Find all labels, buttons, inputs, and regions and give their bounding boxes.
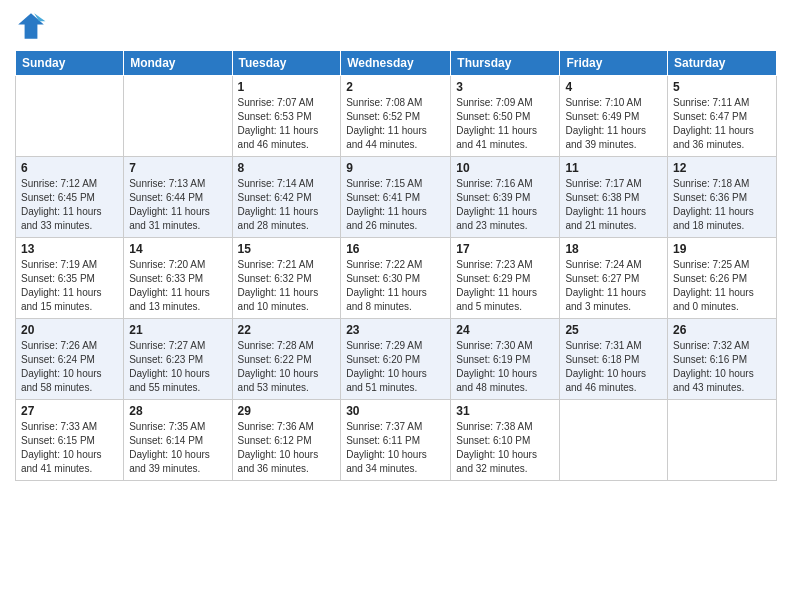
day-number: 24 [456, 323, 554, 337]
calendar-week-5: 27Sunrise: 7:33 AMSunset: 6:15 PMDayligh… [16, 400, 777, 481]
calendar-cell: 24Sunrise: 7:30 AMSunset: 6:19 PMDayligh… [451, 319, 560, 400]
day-info: Sunrise: 7:19 AMSunset: 6:35 PMDaylight:… [21, 258, 118, 314]
day-number: 2 [346, 80, 445, 94]
calendar-cell: 14Sunrise: 7:20 AMSunset: 6:33 PMDayligh… [124, 238, 232, 319]
calendar-cell: 28Sunrise: 7:35 AMSunset: 6:14 PMDayligh… [124, 400, 232, 481]
calendar-week-4: 20Sunrise: 7:26 AMSunset: 6:24 PMDayligh… [16, 319, 777, 400]
calendar-cell: 13Sunrise: 7:19 AMSunset: 6:35 PMDayligh… [16, 238, 124, 319]
day-info: Sunrise: 7:37 AMSunset: 6:11 PMDaylight:… [346, 420, 445, 476]
calendar-header-saturday: Saturday [668, 51, 777, 76]
day-number: 27 [21, 404, 118, 418]
calendar-cell: 1Sunrise: 7:07 AMSunset: 6:53 PMDaylight… [232, 76, 341, 157]
day-info: Sunrise: 7:31 AMSunset: 6:18 PMDaylight:… [565, 339, 662, 395]
calendar-cell: 17Sunrise: 7:23 AMSunset: 6:29 PMDayligh… [451, 238, 560, 319]
day-number: 19 [673, 242, 771, 256]
header [15, 10, 777, 42]
day-info: Sunrise: 7:28 AMSunset: 6:22 PMDaylight:… [238, 339, 336, 395]
calendar-cell: 2Sunrise: 7:08 AMSunset: 6:52 PMDaylight… [341, 76, 451, 157]
day-number: 10 [456, 161, 554, 175]
day-number: 22 [238, 323, 336, 337]
day-info: Sunrise: 7:36 AMSunset: 6:12 PMDaylight:… [238, 420, 336, 476]
day-number: 1 [238, 80, 336, 94]
calendar-table: SundayMondayTuesdayWednesdayThursdayFrid… [15, 50, 777, 481]
calendar-cell: 9Sunrise: 7:15 AMSunset: 6:41 PMDaylight… [341, 157, 451, 238]
calendar-cell: 23Sunrise: 7:29 AMSunset: 6:20 PMDayligh… [341, 319, 451, 400]
day-info: Sunrise: 7:14 AMSunset: 6:42 PMDaylight:… [238, 177, 336, 233]
day-number: 23 [346, 323, 445, 337]
calendar-week-1: 1Sunrise: 7:07 AMSunset: 6:53 PMDaylight… [16, 76, 777, 157]
day-info: Sunrise: 7:08 AMSunset: 6:52 PMDaylight:… [346, 96, 445, 152]
calendar-header-thursday: Thursday [451, 51, 560, 76]
day-number: 26 [673, 323, 771, 337]
calendar-cell: 26Sunrise: 7:32 AMSunset: 6:16 PMDayligh… [668, 319, 777, 400]
calendar-cell: 30Sunrise: 7:37 AMSunset: 6:11 PMDayligh… [341, 400, 451, 481]
day-number: 17 [456, 242, 554, 256]
day-info: Sunrise: 7:32 AMSunset: 6:16 PMDaylight:… [673, 339, 771, 395]
day-number: 8 [238, 161, 336, 175]
day-number: 31 [456, 404, 554, 418]
day-number: 13 [21, 242, 118, 256]
day-number: 12 [673, 161, 771, 175]
day-info: Sunrise: 7:11 AMSunset: 6:47 PMDaylight:… [673, 96, 771, 152]
day-number: 9 [346, 161, 445, 175]
day-info: Sunrise: 7:26 AMSunset: 6:24 PMDaylight:… [21, 339, 118, 395]
day-info: Sunrise: 7:15 AMSunset: 6:41 PMDaylight:… [346, 177, 445, 233]
calendar-cell: 6Sunrise: 7:12 AMSunset: 6:45 PMDaylight… [16, 157, 124, 238]
svg-marker-0 [18, 13, 44, 39]
logo [15, 10, 51, 42]
day-info: Sunrise: 7:22 AMSunset: 6:30 PMDaylight:… [346, 258, 445, 314]
calendar-cell [16, 76, 124, 157]
day-info: Sunrise: 7:33 AMSunset: 6:15 PMDaylight:… [21, 420, 118, 476]
day-number: 3 [456, 80, 554, 94]
calendar-header-monday: Monday [124, 51, 232, 76]
day-number: 15 [238, 242, 336, 256]
day-number: 30 [346, 404, 445, 418]
day-number: 25 [565, 323, 662, 337]
day-info: Sunrise: 7:12 AMSunset: 6:45 PMDaylight:… [21, 177, 118, 233]
calendar-cell [560, 400, 668, 481]
calendar-cell: 8Sunrise: 7:14 AMSunset: 6:42 PMDaylight… [232, 157, 341, 238]
calendar-cell: 27Sunrise: 7:33 AMSunset: 6:15 PMDayligh… [16, 400, 124, 481]
calendar-header-row: SundayMondayTuesdayWednesdayThursdayFrid… [16, 51, 777, 76]
calendar-cell: 3Sunrise: 7:09 AMSunset: 6:50 PMDaylight… [451, 76, 560, 157]
day-info: Sunrise: 7:24 AMSunset: 6:27 PMDaylight:… [565, 258, 662, 314]
logo-icon [15, 10, 47, 42]
day-number: 7 [129, 161, 226, 175]
day-info: Sunrise: 7:30 AMSunset: 6:19 PMDaylight:… [456, 339, 554, 395]
calendar-cell: 31Sunrise: 7:38 AMSunset: 6:10 PMDayligh… [451, 400, 560, 481]
day-info: Sunrise: 7:18 AMSunset: 6:36 PMDaylight:… [673, 177, 771, 233]
day-number: 14 [129, 242, 226, 256]
day-number: 28 [129, 404, 226, 418]
calendar-cell [124, 76, 232, 157]
calendar-cell [668, 400, 777, 481]
calendar-cell: 21Sunrise: 7:27 AMSunset: 6:23 PMDayligh… [124, 319, 232, 400]
page: SundayMondayTuesdayWednesdayThursdayFrid… [0, 0, 792, 612]
calendar-week-2: 6Sunrise: 7:12 AMSunset: 6:45 PMDaylight… [16, 157, 777, 238]
calendar-cell: 4Sunrise: 7:10 AMSunset: 6:49 PMDaylight… [560, 76, 668, 157]
calendar-cell: 29Sunrise: 7:36 AMSunset: 6:12 PMDayligh… [232, 400, 341, 481]
calendar-cell: 15Sunrise: 7:21 AMSunset: 6:32 PMDayligh… [232, 238, 341, 319]
calendar-cell: 12Sunrise: 7:18 AMSunset: 6:36 PMDayligh… [668, 157, 777, 238]
day-info: Sunrise: 7:16 AMSunset: 6:39 PMDaylight:… [456, 177, 554, 233]
day-info: Sunrise: 7:09 AMSunset: 6:50 PMDaylight:… [456, 96, 554, 152]
day-number: 5 [673, 80, 771, 94]
day-number: 29 [238, 404, 336, 418]
calendar-cell: 18Sunrise: 7:24 AMSunset: 6:27 PMDayligh… [560, 238, 668, 319]
day-info: Sunrise: 7:38 AMSunset: 6:10 PMDaylight:… [456, 420, 554, 476]
day-number: 21 [129, 323, 226, 337]
calendar-cell: 25Sunrise: 7:31 AMSunset: 6:18 PMDayligh… [560, 319, 668, 400]
calendar-header-wednesday: Wednesday [341, 51, 451, 76]
calendar-cell: 20Sunrise: 7:26 AMSunset: 6:24 PMDayligh… [16, 319, 124, 400]
calendar-header-tuesday: Tuesday [232, 51, 341, 76]
day-number: 6 [21, 161, 118, 175]
calendar-cell: 19Sunrise: 7:25 AMSunset: 6:26 PMDayligh… [668, 238, 777, 319]
day-info: Sunrise: 7:20 AMSunset: 6:33 PMDaylight:… [129, 258, 226, 314]
day-number: 18 [565, 242, 662, 256]
day-info: Sunrise: 7:21 AMSunset: 6:32 PMDaylight:… [238, 258, 336, 314]
day-info: Sunrise: 7:23 AMSunset: 6:29 PMDaylight:… [456, 258, 554, 314]
day-info: Sunrise: 7:29 AMSunset: 6:20 PMDaylight:… [346, 339, 445, 395]
calendar-header-friday: Friday [560, 51, 668, 76]
day-number: 20 [21, 323, 118, 337]
calendar-week-3: 13Sunrise: 7:19 AMSunset: 6:35 PMDayligh… [16, 238, 777, 319]
day-info: Sunrise: 7:17 AMSunset: 6:38 PMDaylight:… [565, 177, 662, 233]
